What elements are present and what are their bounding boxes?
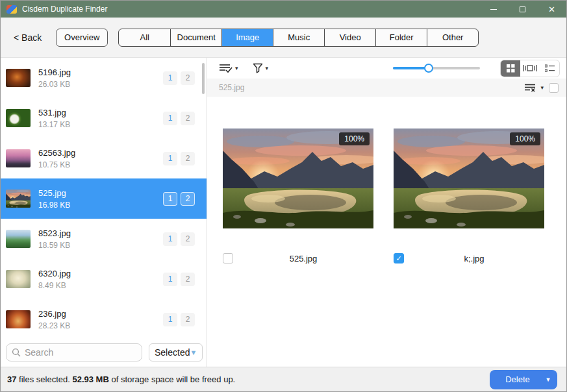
- duplicate-filename: k;.jpg: [404, 254, 544, 263]
- duplicate-preview-image[interactable]: 100%: [223, 129, 373, 228]
- duplicate-count-badge[interactable]: 2: [181, 152, 195, 165]
- close-icon: ✕: [548, 5, 555, 14]
- group-count-badge[interactable]: 1: [163, 232, 177, 246]
- file-size: 26.03 KB: [38, 80, 163, 89]
- file-thumbnail: [6, 230, 31, 248]
- status-bar: 37 files selected. 52.93 MB of storage s…: [1, 367, 566, 391]
- duplicate-count-badge[interactable]: 2: [181, 71, 195, 85]
- file-name: 8523.jpg: [38, 228, 163, 238]
- compare-view-button[interactable]: [520, 60, 540, 77]
- file-row-525-selected[interactable]: 525.jpg 16.98 KB 1 2: [1, 178, 207, 219]
- tab-folder[interactable]: Folder: [375, 29, 427, 46]
- slider-handle[interactable]: [424, 64, 433, 73]
- tab-image[interactable]: Image: [221, 29, 273, 46]
- file-thumbnail: [6, 149, 31, 167]
- search-input[interactable]: [25, 347, 129, 358]
- group-select-all-checkbox[interactable]: [549, 83, 559, 93]
- close-button[interactable]: ✕: [537, 1, 566, 18]
- file-size: 10.75 KB: [38, 160, 163, 169]
- deselect-list-button[interactable]: ▾: [525, 83, 544, 93]
- duplicate-checkbox-checked[interactable]: ✓: [394, 253, 404, 263]
- duplicates-grid: 100% 525.jpg 100% ✓ k;.jpg: [207, 97, 566, 367]
- maximize-icon: [520, 6, 525, 12]
- selected-filter-value: Selected: [155, 347, 190, 358]
- duplicate-count-badge[interactable]: 2: [181, 313, 195, 326]
- duplicate-groups-sidebar: 5196.jpg 26.03 KB 1 2 531.jpg 13.17 KB: [1, 58, 207, 367]
- select-list-icon: [219, 63, 233, 73]
- group-count-badge[interactable]: 1: [163, 273, 177, 286]
- list-view-button[interactable]: [540, 60, 559, 77]
- compare-view-icon: [523, 64, 537, 73]
- file-name: 236.jpg: [38, 309, 163, 319]
- group-count-badge[interactable]: 1: [163, 112, 177, 125]
- duplicate-count-badge[interactable]: 2: [181, 192, 195, 206]
- delete-dropdown-caret[interactable]: ▼: [539, 376, 557, 383]
- freed-space-size: 52.93 MB: [72, 374, 108, 384]
- match-percent-badge: 100%: [339, 132, 370, 145]
- grid-view-button[interactable]: [501, 60, 520, 77]
- thumbnail-size-slider[interactable]: [393, 64, 480, 73]
- chevron-down-icon: ▼: [190, 349, 197, 356]
- chevron-down-icon: ▾: [266, 65, 269, 71]
- file-name: 62563.jpg: [38, 148, 163, 158]
- file-name: 525.jpg: [38, 188, 163, 198]
- file-row-6320[interactable]: 6320.jpg 8.49 KB 1 2: [1, 259, 207, 299]
- main-toolbar: ▾ ▾: [207, 58, 566, 79]
- window-title: Cisdem Duplicate Finder: [22, 5, 479, 14]
- view-mode-switcher: [500, 60, 560, 77]
- main-pane: ▾ ▾: [207, 58, 566, 367]
- delete-button[interactable]: Delete ▼: [490, 370, 557, 389]
- duplicate-count-badge[interactable]: 2: [181, 112, 195, 125]
- tab-music[interactable]: Music: [273, 29, 324, 46]
- filter-button[interactable]: ▾: [253, 63, 269, 73]
- match-percent-badge: 100%: [510, 132, 540, 145]
- group-count-badge[interactable]: 1: [163, 71, 177, 85]
- slider-fill: [393, 67, 429, 69]
- tab-video[interactable]: Video: [324, 29, 375, 46]
- category-tabs: All Document Image Music Video Folder Ot…: [118, 29, 479, 47]
- file-name: 6320.jpg: [38, 269, 163, 278]
- back-button[interactable]: < Back: [14, 32, 42, 43]
- file-thumbnail: [6, 270, 31, 288]
- file-row-62563[interactable]: 62563.jpg 10.75 KB 1 2: [1, 138, 207, 178]
- deselect-list-icon: [525, 83, 538, 93]
- app-window: Cisdem Duplicate Finder ✕ < Back Overvie…: [0, 0, 567, 392]
- minimize-icon: [490, 9, 497, 10]
- group-count-badge[interactable]: 1: [163, 313, 177, 326]
- filter-icon: [253, 63, 263, 73]
- file-thumbnail: [6, 190, 31, 208]
- selected-filter-dropdown[interactable]: Selected ▼: [149, 343, 203, 361]
- file-thumbnail: [6, 69, 31, 87]
- file-row-236[interactable]: 236.jpg 28.23 KB 1 2: [1, 299, 207, 338]
- duplicate-preview-image[interactable]: 100%: [394, 129, 544, 228]
- grid-view-icon: [507, 64, 515, 73]
- sidebar-scrollbar[interactable]: [202, 63, 205, 94]
- file-size: 8.49 KB: [38, 281, 163, 290]
- tab-other[interactable]: Other: [427, 29, 478, 46]
- search-box: [6, 343, 142, 361]
- duplicate-count-badge[interactable]: 2: [181, 273, 195, 286]
- overview-button[interactable]: Overview: [56, 29, 108, 47]
- maximize-button[interactable]: [508, 1, 537, 18]
- file-row-8523[interactable]: 8523.jpg 18.59 KB 1 2: [1, 219, 207, 259]
- search-icon: [12, 348, 21, 357]
- minimize-button[interactable]: [479, 1, 508, 18]
- group-count-badge[interactable]: 1: [163, 192, 177, 206]
- delete-button-label: Delete: [490, 374, 539, 384]
- select-list-button[interactable]: ▾: [219, 63, 238, 73]
- group-count-badge[interactable]: 1: [163, 152, 177, 165]
- duplicate-count-badge[interactable]: 2: [181, 232, 195, 246]
- file-row-5196[interactable]: 5196.jpg 26.03 KB 1 2: [1, 58, 207, 98]
- window-controls: ✕: [479, 1, 566, 18]
- duplicate-checkbox[interactable]: [223, 253, 233, 263]
- list-view-icon: [545, 64, 555, 73]
- file-thumbnail: [6, 109, 31, 127]
- search-row: Selected ▼: [1, 338, 207, 367]
- file-row-531[interactable]: 531.jpg 13.17 KB 1 2: [1, 98, 207, 138]
- group-label: 525.jpg: [219, 83, 244, 92]
- tab-all[interactable]: All: [119, 29, 170, 46]
- nav-bar: < Back Overview All Document Image Music…: [1, 18, 566, 58]
- file-thumbnail: [6, 310, 31, 328]
- tab-document[interactable]: Document: [170, 29, 221, 46]
- titlebar: Cisdem Duplicate Finder ✕: [1, 1, 566, 18]
